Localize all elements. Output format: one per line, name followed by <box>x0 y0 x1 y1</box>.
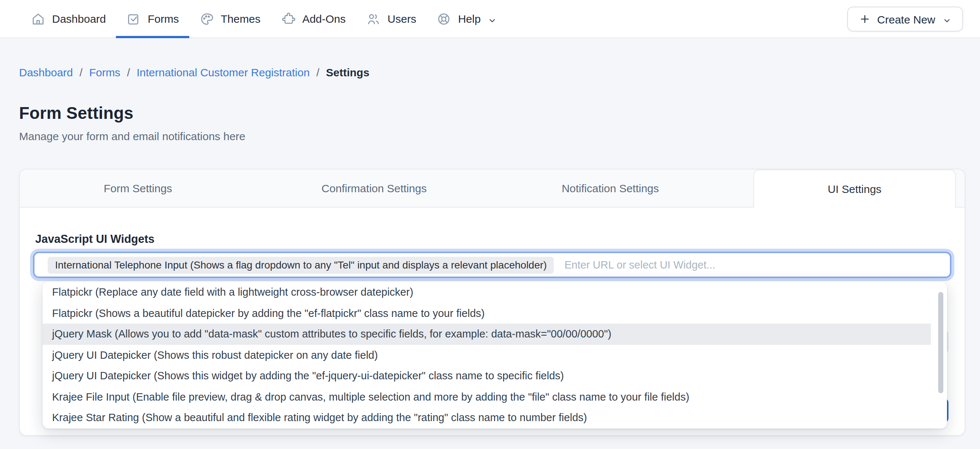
breadcrumb-link-forms[interactable]: Forms <box>89 66 120 78</box>
dropdown-option[interactable]: Flatpickr (Replace any date field with a… <box>43 282 947 303</box>
nav-label: Users <box>388 13 416 25</box>
breadcrumb-current: Settings <box>326 66 369 78</box>
palette-icon <box>199 11 214 26</box>
top-navbar: Dashboard Forms Themes Add-Ons <box>0 0 980 38</box>
dropdown-option[interactable]: Krajee File Input (Enable file preview, … <box>43 386 947 407</box>
app-viewport: Dashboard Forms Themes Add-Ons <box>0 0 980 449</box>
dropdown-option-highlighted[interactable]: jQuery Mask (Allows you to add "data-mas… <box>43 323 947 344</box>
settings-card: Form Settings Confirmation Settings Noti… <box>19 169 965 436</box>
create-new-label: Create New <box>877 13 935 25</box>
checkbox-icon <box>127 11 141 26</box>
puzzle-icon <box>281 11 296 26</box>
nav-label: Add-Ons <box>302 13 345 25</box>
nav-item-users[interactable]: Users <box>356 0 426 37</box>
nav-item-forms[interactable]: Forms <box>116 0 189 37</box>
nav-label: Forms <box>148 13 179 25</box>
tab-ui-settings[interactable]: UI Settings <box>753 169 956 208</box>
page-subtitle: Manage your form and email notifications… <box>19 130 963 142</box>
settings-tabbar: Form Settings Confirmation Settings Noti… <box>20 169 965 208</box>
selected-widget-chip[interactable]: International Telephone Input (Shows a f… <box>48 256 554 273</box>
nav-label: Themes <box>221 13 260 25</box>
dropdown-option[interactable]: jQuery UI Datepicker (Shows this robust … <box>43 344 947 365</box>
widgets-field-label: JavaScript UI Widgets <box>35 232 951 247</box>
tab-notification-settings[interactable]: Notification Settings <box>492 169 729 207</box>
chevron-down-icon <box>488 14 497 23</box>
tab-confirmation-settings[interactable]: Confirmation Settings <box>256 169 492 207</box>
nav-item-add-ons[interactable]: Add-Ons <box>270 0 356 37</box>
chevron-down-icon <box>943 15 951 24</box>
nav-label: Dashboard <box>52 13 106 25</box>
breadcrumb-link-dashboard[interactable]: Dashboard <box>19 66 73 78</box>
dropdown-option[interactable]: jQuery UI Datepicker (Shows this widget … <box>43 365 947 386</box>
breadcrumb: Dashboard / Forms / International Custom… <box>19 66 963 78</box>
nav-item-help[interactable]: Help <box>426 0 507 37</box>
lifebuoy-icon <box>437 11 452 26</box>
dropdown-scrollbar-thumb[interactable] <box>938 292 943 393</box>
nav-label: Help <box>458 13 481 25</box>
ui-settings-panel: JavaScript UI Widgets International Tele… <box>20 208 965 435</box>
nav-item-dashboard[interactable]: Dashboard <box>21 0 116 37</box>
breadcrumb-separator: / <box>80 66 83 78</box>
breadcrumb-link-form[interactable]: International Customer Registration <box>137 66 310 78</box>
breadcrumb-separator: / <box>316 66 319 78</box>
dropdown-option[interactable]: Flatpickr (Shows a beautiful datepicker … <box>43 303 947 323</box>
widget-dropdown-list: Flatpickr (Replace any date field with a… <box>43 282 947 428</box>
home-icon <box>31 11 46 26</box>
main-nav: Dashboard Forms Themes Add-Ons <box>21 0 507 37</box>
create-new-button[interactable]: Create New <box>847 6 963 32</box>
dropdown-option[interactable]: Krajee Star Rating (Show a beautiful and… <box>43 407 947 428</box>
widget-input-placeholder: Enter URL or select UI Widget... <box>565 259 716 271</box>
widget-select-input[interactable]: International Telephone Input (Shows a f… <box>33 252 951 278</box>
nav-item-themes[interactable]: Themes <box>189 0 270 37</box>
tab-form-settings[interactable]: Form Settings <box>20 169 256 207</box>
breadcrumb-separator: / <box>127 66 130 78</box>
plus-icon <box>859 13 871 25</box>
main-content: Dashboard / Forms / International Custom… <box>0 66 980 436</box>
page-title: Form Settings <box>19 103 963 123</box>
users-icon <box>366 11 381 26</box>
